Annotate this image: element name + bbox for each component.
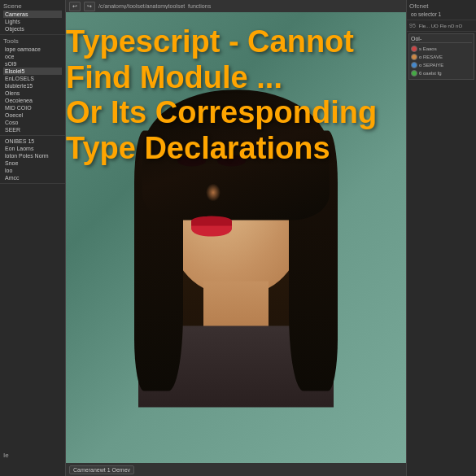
3d-character — [122, 90, 350, 399]
color-label-1: o RESAVE — [419, 55, 443, 59]
nose-mesh — [206, 183, 221, 201]
sidebar-tool-5[interactable]: blublerle15 — [3, 82, 62, 90]
sidebar-item-objects[interactable]: Objects — [3, 25, 62, 33]
color-row-2: o SEPAIYE — [411, 61, 472, 69]
right-selector[interactable]: oo selector 1 — [409, 11, 474, 18]
sidebar-item-lights[interactable]: Lights — [3, 18, 62, 25]
eye-left — [177, 155, 206, 166]
redo-button[interactable]: ↪ — [84, 2, 95, 11]
sidebar-extra-2[interactable]: loton Poles Norm — [3, 152, 62, 159]
sidebar-extra-1[interactable]: Eon Laoms — [3, 145, 62, 152]
color-dot-0 — [411, 46, 417, 52]
sidebar-tool-4[interactable]: EnLOSELS — [3, 75, 62, 82]
sidebar-extra-5[interactable]: Amcc — [3, 174, 62, 181]
sidebar-extra-0[interactable]: ONIBES 15 — [3, 138, 62, 145]
top-toolbar: ↩ ↪ /c/anatomy/toolset/anatomytoolset_fu… — [66, 0, 406, 12]
sidebar-tool-3[interactable]: Elsolel5 — [3, 68, 62, 75]
sidebar-tool-1[interactable]: oce — [3, 53, 62, 60]
sidebar-tool-9[interactable]: Ooecel — [3, 111, 62, 119]
color-dot-2 — [411, 62, 417, 68]
lips-upper — [191, 216, 232, 225]
sidebar-item-cameras[interactable]: Cameras — [3, 11, 62, 18]
sidebar-tool-7[interactable]: Oecolenea — [3, 97, 62, 104]
color-dot-3 — [411, 70, 417, 76]
right-panel-header: Ofcnet oo selector 1 — [407, 0, 476, 20]
right-panel-info: 95 Fle... UO Fle nO nO — [407, 20, 476, 32]
viewport[interactable] — [66, 12, 406, 464]
sidebar-tools-section: Tools lope oamoace oce sOl9 Elsolel5 EnL… — [0, 35, 65, 136]
sidebar-extra-section: ONIBES 15 Eon Laoms loton Poles Norm Sno… — [0, 136, 65, 184]
right-grid-label: 95 Fle... UO Fle nO nO — [409, 22, 474, 29]
sidebar-extra-3[interactable]: Snoe — [3, 159, 62, 167]
color-row-0: s Eaaos — [411, 45, 472, 53]
sidebar-tool-0[interactable]: lope oamoace — [3, 46, 62, 53]
eye-right — [217, 155, 246, 166]
bottom-bar: Cameranewt 1 Oemev — [66, 463, 406, 476]
sidebar-tool-11[interactable]: SEER — [3, 126, 62, 133]
camera-button[interactable]: Cameranewt 1 Oemev — [69, 465, 134, 474]
color-dot-1 — [411, 54, 417, 60]
color-row-3: 6 oaelst fg — [411, 69, 472, 77]
undo-button[interactable]: ↩ — [69, 2, 81, 11]
tools-label: Tools — [3, 37, 62, 46]
file-path: /c/anatomy/toolset/anatomytoolset_functi… — [98, 3, 403, 9]
color-label-2: o SEPAIYE — [419, 63, 443, 68]
right-sidebar: Ofcnet oo selector 1 95 Fle... UO Fle nO… — [406, 0, 476, 476]
right-sub-panel: Ool- s Eaaos o RESAVE o SEPAIYE 6 oaelst… — [408, 33, 474, 80]
sidebar-tool-10[interactable]: Coso — [3, 119, 62, 126]
scene-label: Scene — [3, 2, 62, 11]
app-container: Scene Cameras Lights Objects Tools lope … — [0, 0, 476, 476]
sidebar-tool-8[interactable]: MID COIO — [3, 104, 62, 111]
color-label-3: 6 oaelst fg — [419, 71, 442, 76]
ie-label: Ie — [3, 451, 9, 460]
color-label-0: s Eaaos — [419, 46, 437, 51]
left-sidebar: Scene Cameras Lights Objects Tools lope … — [0, 0, 66, 476]
sidebar-extra-4[interactable]: loo — [3, 167, 62, 174]
sidebar-bottom-label: Ie — [3, 451, 9, 460]
color-row-1: o RESAVE — [411, 53, 472, 61]
sidebar-tool-6[interactable]: Olens — [3, 90, 62, 97]
right-panel-title: Ofcnet — [409, 2, 474, 11]
sidebar-tool-2[interactable]: sOl9 — [3, 60, 62, 68]
sub-panel-title: Ool- — [411, 36, 472, 43]
sidebar-scene-section: Scene Cameras Lights Objects — [0, 0, 65, 35]
